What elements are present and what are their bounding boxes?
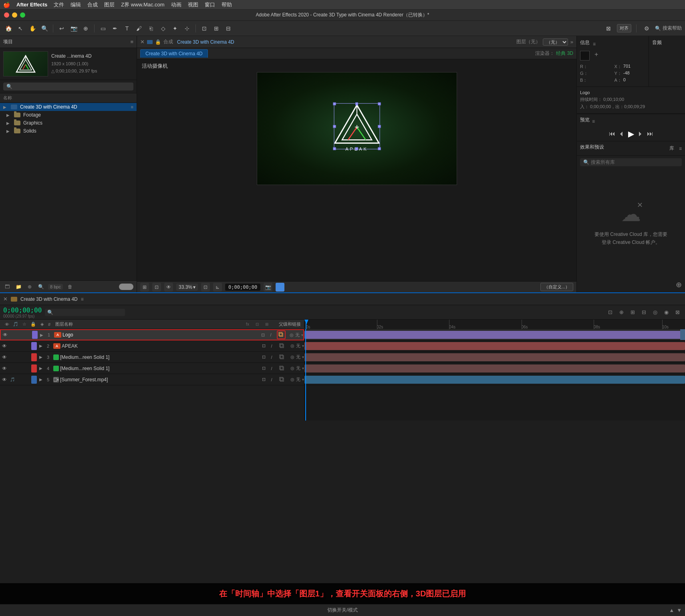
tl-icon-3[interactable]: ⊞	[628, 308, 637, 317]
layer-5-3d-btn[interactable]	[278, 375, 286, 384]
layer-4-sw-2[interactable]: /	[268, 365, 275, 372]
timeline-menu-icon[interactable]: ≡	[81, 296, 84, 302]
play-btn[interactable]: ▶	[628, 129, 634, 139]
maximize-button[interactable]	[20, 12, 25, 18]
item-solids-folder[interactable]: ▶ Solids	[0, 127, 137, 135]
zoom-tool[interactable]: 🔍	[39, 23, 50, 34]
menu-zshot[interactable]: Z界 www.Mac.com	[121, 1, 164, 8]
hand-tool[interactable]: ✋	[27, 23, 38, 34]
layer-row-3[interactable]: 👁 ▶ 3 [Medium...reen Solid 1] ⊡ /	[0, 352, 304, 363]
puppet-tool[interactable]: ✦	[170, 23, 180, 34]
item-graphics-folder[interactable]: ▶ Graphics	[0, 119, 137, 127]
search-icon-btn[interactable]: 🔍	[37, 283, 45, 291]
step-back-btn[interactable]: ⏴	[619, 130, 625, 137]
camera-tool[interactable]: 📷	[68, 23, 79, 34]
menu-help[interactable]: 帮助	[222, 1, 232, 8]
layer-row-5[interactable]: 👁 🎵 ▶ 5 [Summer_Forest.mp4] ⊡ /	[0, 374, 304, 385]
effects-menu-icon[interactable]: ≡	[679, 146, 682, 151]
layer-3-3d-btn[interactable]	[278, 353, 286, 362]
project-search-input[interactable]	[15, 84, 130, 89]
layer-1-sw-1[interactable]: ⊡	[259, 331, 266, 338]
text-tool[interactable]: T	[122, 23, 132, 34]
layer-row-2[interactable]: 👁 ▶ 2 A APEAK ⊡ /	[0, 340, 304, 352]
minimize-button[interactable]	[12, 12, 17, 18]
layer-4-3d-btn[interactable]	[278, 364, 286, 373]
bottom-icon-1[interactable]: ▲	[669, 607, 674, 613]
layer-row-1[interactable]: 👁 ▶ 1 A Logo ⊡ /	[0, 329, 304, 340]
add-library-btn[interactable]: ⊕	[676, 280, 682, 289]
layer-4-expand[interactable]: ▶	[38, 366, 44, 370]
tl-icon-1[interactable]: ⊡	[606, 308, 614, 317]
menu-animation[interactable]: 动画	[171, 1, 181, 8]
timeline-search-input[interactable]	[55, 310, 123, 315]
layer-5-sw-1[interactable]: ⊡	[260, 376, 267, 383]
switch-mode-btn[interactable]: 切换开关/模式	[327, 607, 357, 614]
skip-to-start-btn[interactable]: ⏮	[609, 130, 615, 137]
menu-window[interactable]: 窗口	[205, 1, 215, 8]
bottom-icon-2[interactable]: ▼	[677, 607, 682, 613]
layer-1-3d-btn[interactable]	[277, 330, 286, 339]
brush-tool[interactable]: 🖌	[134, 23, 144, 34]
layer-2-sw-1[interactable]: ⊡	[260, 342, 267, 350]
layer-1-vis[interactable]: 👁	[2, 332, 9, 338]
tl-icon-6[interactable]: ◉	[662, 308, 671, 317]
timeline-timecode[interactable]: 0;00;00;00	[3, 306, 42, 314]
import-icon[interactable]: ⊕	[26, 283, 34, 291]
layer-4-parent-arrow[interactable]: ▾	[302, 366, 304, 370]
layer-3-expand[interactable]: ▶	[38, 355, 44, 359]
effects-search-wrap[interactable]: 🔍	[580, 158, 682, 166]
delete-icon[interactable]: 🗑	[66, 283, 74, 291]
layer-3-vis[interactable]: 👁	[1, 354, 8, 360]
new-comp-icon[interactable]: 🗔	[3, 283, 11, 291]
preview-transparency-btn[interactable]: ⊡	[152, 283, 161, 292]
menu-edit[interactable]: 编辑	[71, 1, 81, 8]
layer-2-expand[interactable]: ▶	[38, 344, 44, 348]
tl-icon-7[interactable]: ⊠	[673, 308, 682, 317]
layer-5-audio[interactable]: 🎵	[9, 377, 16, 382]
orbit-tool[interactable]: ⊕	[81, 23, 91, 34]
step-forward-btn[interactable]: ⏵	[637, 130, 644, 137]
pen-tool[interactable]: ✒	[110, 23, 120, 34]
rect-tool[interactable]: ▭	[98, 23, 108, 34]
folder-icon-btn[interactable]: 📁	[14, 283, 22, 291]
layer-4-vis[interactable]: 👁	[1, 366, 8, 371]
custom-view-btn[interactable]: （自定义...）	[540, 283, 573, 291]
link-tool[interactable]: ⊟	[223, 23, 234, 34]
layer-1-expand[interactable]: ▶	[38, 333, 45, 337]
close-button[interactable]	[4, 12, 9, 18]
zoom-selector[interactable]: 33.3% ▾	[176, 284, 198, 291]
layer-1-parent-arrow[interactable]: ▾	[301, 333, 303, 337]
layer-select[interactable]: （无）	[543, 38, 568, 46]
layer-2-3d-btn[interactable]	[278, 342, 286, 350]
rotate-tool[interactable]: ↩	[56, 23, 67, 34]
settings-icon[interactable]: ⚙	[641, 23, 652, 34]
skip-to-end-btn[interactable]: ⏭	[647, 130, 653, 137]
menu-view[interactable]: 视图	[188, 1, 198, 8]
project-menu-icon[interactable]: ≡	[130, 39, 133, 45]
layer-5-vis[interactable]: 👁	[1, 377, 8, 382]
tl-icon-2[interactable]: ⊕	[617, 308, 626, 317]
layer-2-parent-arrow[interactable]: ▾	[302, 344, 304, 348]
layer-1-sw-2[interactable]: /	[267, 331, 274, 338]
layer-5-sw-2[interactable]: /	[268, 376, 275, 383]
layer-4-sw-1[interactable]: ⊡	[260, 365, 267, 372]
stamp-tool[interactable]: ⎗	[146, 23, 156, 34]
3d-tool[interactable]: ⊞	[211, 23, 222, 34]
info-menu-icon[interactable]: ≡	[593, 41, 596, 47]
toggle-switch[interactable]	[119, 284, 133, 290]
menu-comp[interactable]: 合成	[87, 1, 98, 8]
layer-row-4[interactable]: 👁 ▶ 4 [Medium...reen Solid 1] ⊡ /	[0, 363, 304, 374]
camera-icon-btn[interactable]: 📷	[264, 283, 272, 292]
tl-icon-5[interactable]: ◎	[651, 308, 659, 317]
pin-tool[interactable]: ⊹	[182, 23, 192, 34]
apple-menu[interactable]: 🍎	[3, 2, 10, 8]
layer-5-parent-arrow[interactable]: ▾	[302, 377, 304, 382]
tl-icon-4[interactable]: ⊟	[639, 308, 648, 317]
comp-close-btn[interactable]: ✕	[140, 39, 145, 45]
expand-comp-btn[interactable]: »	[570, 39, 573, 45]
search-help[interactable]: 🔍 搜索帮助	[655, 25, 682, 32]
menu-layer[interactable]: 图层	[104, 1, 115, 8]
snap-tool[interactable]: ⊡	[199, 23, 210, 34]
layer-3-sw-2[interactable]: /	[268, 354, 275, 361]
menu-aftereffects[interactable]: After Effects	[16, 2, 47, 8]
